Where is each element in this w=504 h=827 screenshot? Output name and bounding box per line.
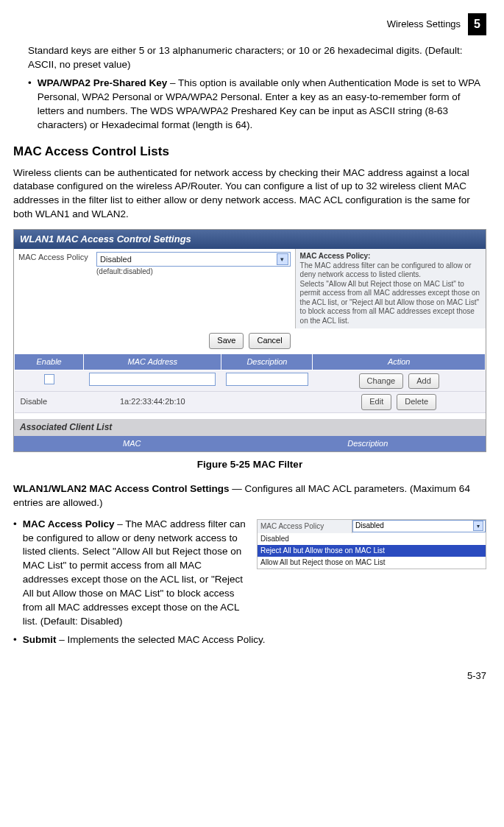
chapter-badge: 5 <box>468 13 486 35</box>
settings-lead-term: WLAN1/WLAN2 MAC Access Control Settings <box>13 483 230 494</box>
chevron-down-icon: ▾ <box>473 521 483 531</box>
desc-input[interactable] <box>226 373 308 386</box>
dropdown-option[interactable]: Reject All but Allow those on MAC List <box>258 545 486 557</box>
policy-dropdown-figure: MAC Access Policy Disabled ▾ Disabled Re… <box>257 519 486 569</box>
table-row: Disable 1a:22:33:44:2b:10 Edit Delete <box>15 392 486 412</box>
settings-lead: WLAN1/WLAN2 MAC Access Control Settings … <box>13 482 486 510</box>
change-button[interactable]: Change <box>359 373 404 389</box>
term-submit: Submit <box>23 634 57 645</box>
edit-button[interactable]: Edit <box>361 394 391 409</box>
save-cancel-row: Save Cancel <box>14 328 486 353</box>
policy-default: (default:disabled) <box>18 267 291 277</box>
help-text: The MAC address filter can be configured… <box>300 261 480 325</box>
screenshot-left: MAC Access Policy Disabled ▾ (default:di… <box>14 249 295 328</box>
add-button[interactable]: Add <box>408 373 439 389</box>
dropdown-selected: Disabled <box>355 521 384 531</box>
screenshot-mac-filter: WLAN1 MAC Access Control Settings MAC Ac… <box>13 229 486 452</box>
help-title: MAC Access Policy: <box>300 252 371 260</box>
assoc-title: Associated Client List <box>14 419 486 436</box>
assoc-header: MAC Description <box>14 436 486 451</box>
dropdown-label: MAC Access Policy <box>258 520 352 533</box>
bullet-text: MAC Access Policy – The MAC address filt… <box>23 518 249 629</box>
cancel-button[interactable]: Cancel <box>249 333 290 348</box>
col-mac: MAC Address <box>84 353 221 370</box>
header-section: Wireless Settings <box>387 18 461 31</box>
figure-caption: Figure 5-25 MAC Filter <box>13 458 486 472</box>
col-enable: Enable <box>15 353 84 370</box>
col-action: Action <box>313 353 486 370</box>
bullet-text: WPA/WPA2 Pre-Shared Key – This option is… <box>38 77 486 133</box>
chevron-down-icon: ▾ <box>277 253 288 265</box>
enable-checkbox[interactable] <box>44 374 54 384</box>
table-row: Change Add <box>15 370 486 392</box>
policy-value: Disabled <box>100 254 132 265</box>
col-desc: Description <box>221 353 313 370</box>
section-title: MAC Access Control Lists <box>13 143 486 161</box>
policy-select[interactable]: Disabled ▾ <box>96 252 291 267</box>
page-header: Wireless Settings 5 <box>13 13 486 35</box>
assoc-col-desc: Description <box>250 436 486 451</box>
intro-para: Standard keys are either 5 or 13 alphanu… <box>28 44 486 72</box>
section-para: Wireless clients can be authenticated fo… <box>13 166 486 222</box>
settings-bullet-policy: • MAC Access Policy – The MAC address fi… <box>13 518 249 629</box>
intro-bullet: • WPA/WPA2 Pre-Shared Key – This option … <box>28 77 486 133</box>
bullet-dot-icon: • <box>28 77 32 133</box>
bullet-dot-icon: • <box>13 633 17 647</box>
save-button[interactable]: Save <box>209 333 244 348</box>
dropdown-option[interactable]: Disabled <box>258 533 486 545</box>
row-desc <box>221 392 313 412</box>
delete-button[interactable]: Delete <box>397 394 436 409</box>
dropdown-option[interactable]: Allow All but Reject those on MAC List <box>258 557 486 569</box>
assoc-col-mac: MAC <box>14 436 250 451</box>
screenshot-titlebar: WLAN1 MAC Access Control Settings <box>14 230 486 249</box>
screenshot-help: MAC Access Policy: The MAC address filte… <box>295 249 486 328</box>
dropdown-select[interactable]: Disabled ▾ <box>352 520 486 532</box>
mac-input[interactable] <box>89 373 216 386</box>
row-enable: Disable <box>15 392 84 412</box>
settings-bullet-submit: • Submit – Implements the selected MAC A… <box>13 633 486 647</box>
dropdown-options: Disabled Reject All but Allow those on M… <box>258 533 486 569</box>
bullet-text: Submit – Implements the selected MAC Acc… <box>23 633 266 647</box>
mac-table: Enable MAC Address Description Action Ch… <box>14 353 486 413</box>
row-mac: 1a:22:33:44:2b:10 <box>84 392 221 412</box>
term-wpa-psk: WPA/WPA2 Pre-Shared Key <box>38 77 168 88</box>
page-number: 5-37 <box>13 669 486 683</box>
policy-label: MAC Access Policy <box>18 252 92 263</box>
term-mac-policy: MAC Access Policy <box>23 518 115 529</box>
bullet-dot-icon: • <box>13 518 17 629</box>
